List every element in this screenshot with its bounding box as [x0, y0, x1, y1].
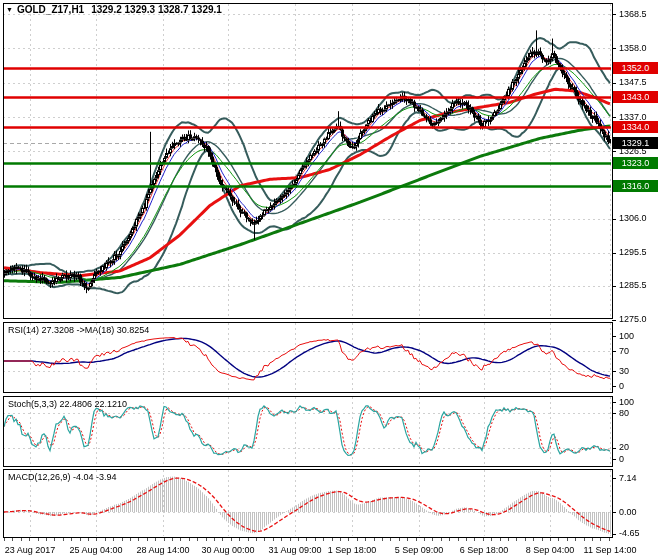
time-axis-label: 31 Aug 09:00 — [268, 545, 321, 555]
stoch-tick-label: 80 — [619, 408, 629, 419]
time-axis-label: 5 Sep 09:00 — [395, 545, 444, 555]
price-level-label: 1323.0 — [613, 157, 658, 169]
stoch-tick-label: 0 — [619, 454, 624, 465]
symbol-name: GOLD_Z17,H1 — [17, 4, 84, 15]
macd-tick-label: 0.00 — [619, 507, 637, 518]
macd-tick-label: 7.14 — [619, 473, 637, 484]
price-tick-label: 1295.5 — [619, 247, 647, 258]
time-axis-label: 6 Sep 18:00 — [460, 545, 509, 555]
dropdown-icon[interactable]: ▼ — [6, 6, 13, 13]
current-price-label: 1329.1 — [613, 137, 658, 149]
symbol-title[interactable]: ▼GOLD_Z17,H11329.2 1329.3 1328.7 1329.1 — [6, 4, 222, 15]
stoch-indicator-label: Stoch(5,3,3) 22.4806 22.1210 — [8, 399, 127, 409]
price-axis[interactable]: 1368.51358.01347.51337.01326.51306.01295… — [612, 0, 660, 560]
rsi-tick-label: 0 — [619, 381, 624, 392]
time-axis-label: 28 Aug 14:00 — [136, 545, 189, 555]
rsi-tick-label: 70 — [619, 346, 629, 357]
price-tick-label: 1285.5 — [619, 280, 647, 291]
rsi-indicator-label: RSI(14) 27.3208 ->MA(18) 30.8254 — [8, 325, 149, 335]
price-tick-label: 1368.5 — [619, 9, 647, 20]
stoch-tick-label: 100 — [619, 397, 634, 408]
price-level-label: 1343.0 — [613, 91, 658, 103]
time-axis-label: 30 Aug 00:00 — [201, 545, 254, 555]
price-tick-label: 1347.5 — [619, 77, 647, 88]
price-tick-label: 1306.0 — [619, 213, 647, 224]
price-tick-label: 1275.0 — [619, 314, 647, 325]
price-level-label: 1352.0 — [613, 62, 658, 74]
time-axis[interactable]: 23 Aug 201725 Aug 04:0028 Aug 14:0030 Au… — [0, 538, 660, 560]
time-axis-label: 1 Sep 18:00 — [328, 545, 377, 555]
time-axis-label: 23 Aug 2017 — [5, 545, 56, 555]
macd-indicator-label: MACD(12,26,9) -4.04 -3.94 — [8, 472, 117, 482]
time-axis-label: 8 Sep 04:00 — [526, 545, 575, 555]
chart-window: ▼GOLD_Z17,H11329.2 1329.3 1328.7 1329.1 … — [0, 0, 660, 560]
rsi-tick-label: 30 — [619, 366, 629, 377]
time-axis-label: 11 Sep 14:00 — [584, 545, 637, 555]
price-tick-label: 1358.0 — [619, 43, 647, 54]
price-level-label: 1334.0 — [613, 121, 658, 133]
ohlc-values: 1329.2 1329.3 1328.7 1329.1 — [91, 4, 222, 15]
price-level-label: 1316.0 — [613, 180, 658, 192]
time-axis-label: 25 Aug 04:00 — [69, 545, 122, 555]
stoch-tick-label: 20 — [619, 442, 629, 453]
rsi-tick-label: 100 — [619, 331, 634, 342]
